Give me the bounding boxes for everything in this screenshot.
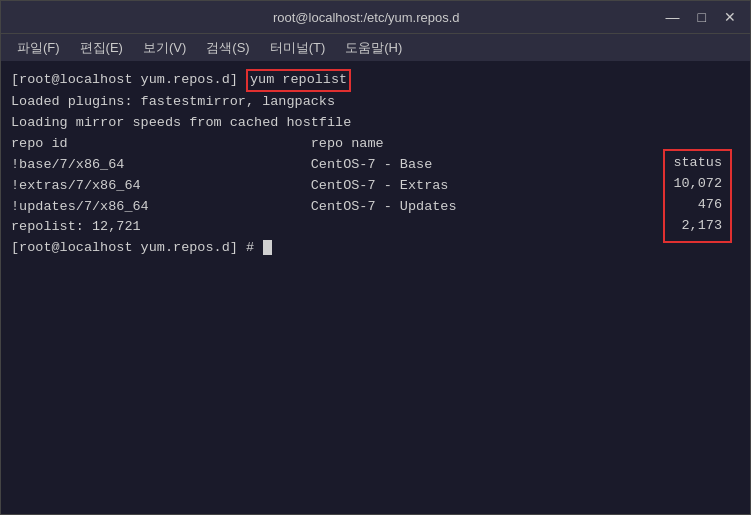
terminal-line-2: Loaded plugins: fastestmirror, langpacks [11,92,740,113]
maximize-button[interactable]: □ [694,8,710,26]
status-extras: 476 [673,195,722,216]
window-controls: — □ ✕ [662,8,740,26]
terminal-line-4: repo id repo name [11,134,740,155]
menu-help[interactable]: 도움말(H) [337,37,410,59]
menu-edit[interactable]: 편집(E) [72,37,131,59]
terminal-window: root@localhost:/etc/yum.repos.d — □ ✕ 파일… [0,0,751,515]
terminal-line-7: !updates/7/x86_64 CentOS-7 - Updates [11,197,740,218]
terminal-line-8: repolist: 12,721 [11,217,740,238]
prompt-1: [root@localhost yum.repos.d] [11,72,246,87]
menu-view[interactable]: 보기(V) [135,37,194,59]
minimize-button[interactable]: — [662,8,684,26]
command-highlight: yum repolist [246,69,351,92]
terminal-line-9: [root@localhost yum.repos.d] # [11,238,740,259]
close-button[interactable]: ✕ [720,8,740,26]
terminal-line-6: !extras/7/x86_64 CentOS-7 - Extras [11,176,740,197]
window-title: root@localhost:/etc/yum.repos.d [71,10,662,25]
terminal-line-3: Loading mirror speeds from cached hostfi… [11,113,740,134]
status-box: status 10,072 476 2,173 [663,149,732,243]
terminal-body[interactable]: [root@localhost yum.repos.d] yum repolis… [1,61,750,514]
status-updates: 2,173 [673,216,722,237]
menu-terminal[interactable]: 터미널(T) [262,37,334,59]
terminal-line-5: !base/7/x86_64 CentOS-7 - Base [11,155,740,176]
cursor-block [263,240,272,255]
terminal-line-1: [root@localhost yum.repos.d] yum repolis… [11,69,740,92]
menu-bar: 파일(F) 편집(E) 보기(V) 검색(S) 터미널(T) 도움말(H) [1,33,750,61]
status-base: 10,072 [673,174,722,195]
menu-file[interactable]: 파일(F) [9,37,68,59]
status-header: status [673,153,722,174]
menu-search[interactable]: 검색(S) [198,37,257,59]
title-bar: root@localhost:/etc/yum.repos.d — □ ✕ [1,1,750,33]
